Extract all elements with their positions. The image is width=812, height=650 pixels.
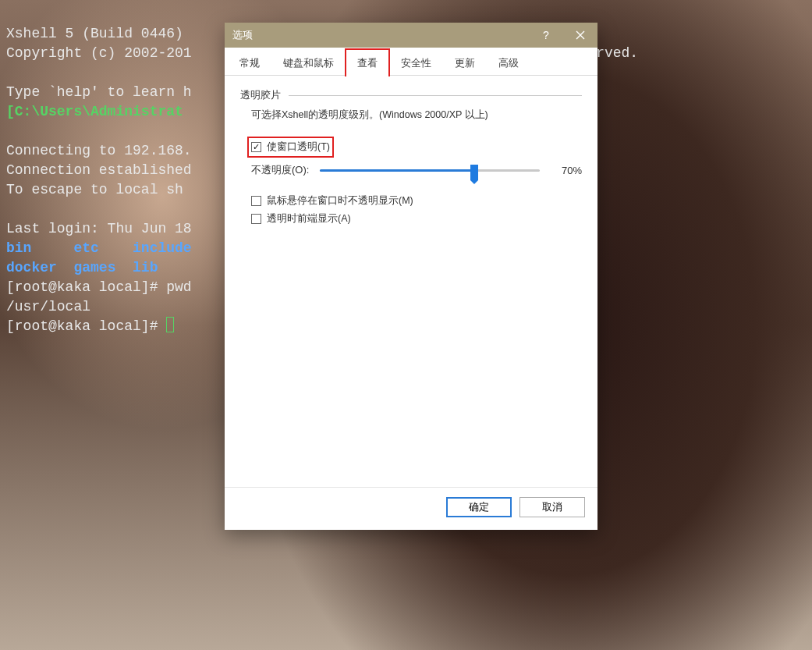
term-line: Last login: Thu Jun 18: [6, 221, 192, 236]
dialog-title: 选项: [232, 28, 253, 42]
divider: [289, 95, 582, 96]
shell-line: [root@kaka local]# pwd: [6, 279, 192, 295]
term-line: Connection established: [6, 162, 192, 178]
checkbox-hover[interactable]: [251, 196, 261, 206]
ok-button[interactable]: 确定: [446, 497, 512, 517]
term-line: To escape to local sh: [6, 182, 183, 197]
term-line: Type `help' to learn h: [6, 84, 192, 100]
slider-thumb-icon[interactable]: [470, 165, 478, 180]
section-title: 透明胶片: [240, 88, 281, 102]
dir-row: docker games lib: [6, 260, 158, 275]
tab-update[interactable]: 更新: [443, 49, 487, 76]
checkbox-hover-label: 鼠标悬停在窗口时不透明显示(M): [267, 194, 413, 208]
highlight-box: 使窗口透明(T): [250, 139, 332, 155]
tab-bar: 常规 键盘和鼠标 查看 安全性 更新 高级: [225, 48, 597, 76]
opacity-slider[interactable]: [320, 163, 540, 177]
dialog-titlebar[interactable]: 选项 ?: [225, 23, 597, 48]
checkbox-topmost[interactable]: [251, 214, 261, 224]
options-dialog: 选项 ? 常规 键盘和鼠标 查看 安全性 更新 高级 透明胶片 可选择Xshel…: [225, 23, 597, 530]
slider-fill: [320, 169, 473, 172]
checkbox-transparent-label: 使窗口透明(T): [267, 140, 330, 154]
tab-security[interactable]: 安全性: [389, 49, 443, 76]
shell-line[interactable]: [root@kaka local]#: [6, 318, 174, 334]
term-line: Xshell 5 (Build 0446): [6, 26, 183, 41]
opacity-value: 70%: [551, 165, 582, 176]
checkbox-transparent[interactable]: [251, 142, 261, 152]
dir-row: bin etc include: [6, 240, 192, 256]
dialog-footer: 确定 取消: [225, 487, 597, 530]
close-icon: [576, 30, 585, 40]
close-button[interactable]: [563, 23, 597, 48]
help-button[interactable]: ?: [529, 23, 563, 48]
term-line: /usr/local: [6, 299, 90, 314]
tab-advanced[interactable]: 高级: [487, 49, 530, 76]
cancel-button[interactable]: 取消: [519, 497, 585, 517]
term-prompt-path: [C:\Users\Administrat: [6, 104, 183, 119]
tab-view[interactable]: 查看: [346, 49, 389, 76]
dialog-content: 透明胶片 可选择Xshell的透明度级别。(Windows 2000/XP 以上…: [225, 76, 597, 487]
checkbox-topmost-label: 透明时前端显示(A): [267, 212, 351, 226]
tab-keyboard[interactable]: 键盘和鼠标: [271, 49, 346, 76]
term-line: Connecting to 192.168.: [6, 143, 192, 158]
cursor-icon: [166, 317, 174, 332]
tab-general[interactable]: 常规: [228, 49, 271, 76]
section-description: 可选择Xshell的透明度级别。(Windows 2000/XP 以上): [240, 108, 582, 122]
opacity-label: 不透明度(O):: [251, 163, 309, 177]
